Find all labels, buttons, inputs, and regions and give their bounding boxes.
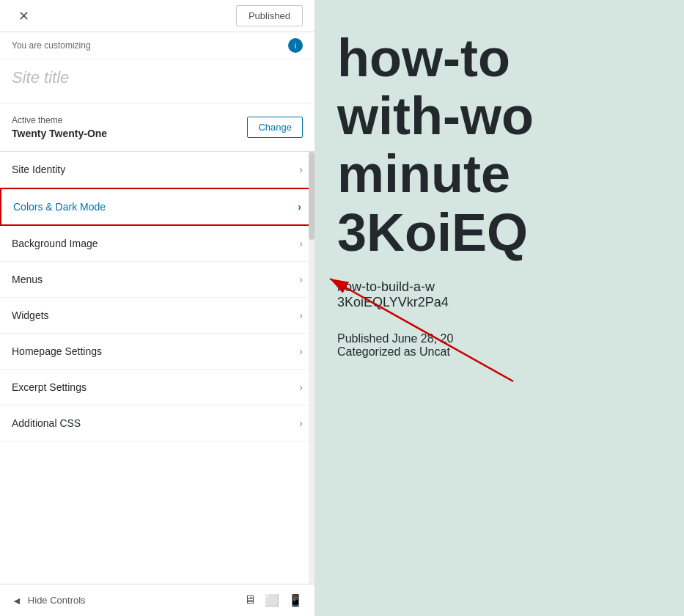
chevron-right-icon: › xyxy=(299,309,303,321)
chevron-right-icon: › xyxy=(299,238,303,249)
site-title: Site title xyxy=(12,68,69,87)
menu-item-label: Widgets xyxy=(12,309,49,321)
chevron-right-icon: › xyxy=(299,417,303,429)
right-preview-panel: how-towith-wominute3KoiEQ how-to-build-a… xyxy=(315,0,684,616)
menu-item-excerpt-settings[interactable]: Excerpt Settings › xyxy=(0,370,315,406)
chevron-right-blue-icon: › xyxy=(298,201,301,213)
preview-meta: Published June 28, 20 Categorized as Unc… xyxy=(337,332,662,359)
hide-controls-group[interactable]: ◄ Hide Controls xyxy=(12,595,86,606)
theme-info: Active theme Twenty Twenty-One xyxy=(12,115,107,139)
theme-label: Active theme xyxy=(12,115,107,125)
menu-item-label: Excerpt Settings xyxy=(12,381,87,393)
menu-item-background-image[interactable]: Background Image › xyxy=(0,226,315,262)
menu-item-colors-dark-mode[interactable]: Colors & Dark Mode › xyxy=(0,188,315,226)
menu-item-label: Homepage Settings xyxy=(12,345,102,357)
hide-controls-label: Hide Controls xyxy=(28,595,86,606)
categorized-meta: Categorized as Uncat xyxy=(337,345,450,358)
chevron-right-icon: › xyxy=(299,274,303,285)
menu-item-widgets[interactable]: Widgets › xyxy=(0,298,315,334)
info-icon[interactable]: i xyxy=(288,38,303,53)
desktop-icon[interactable]: 🖥 xyxy=(244,593,256,607)
bottom-bar: ◄ Hide Controls 🖥 ⬜ 📱 xyxy=(0,584,315,616)
theme-name: Twenty Twenty-One xyxy=(12,128,107,139)
site-name-area: Site title xyxy=(0,59,315,103)
scrollbar-thumb[interactable] xyxy=(309,152,315,240)
mobile-icon[interactable]: 📱 xyxy=(288,593,303,607)
preview-url: how-to-build-a-w3KoiEQLYVkr2Pa4 xyxy=(337,279,662,310)
menu-item-additional-css[interactable]: Additional CSS › xyxy=(0,406,315,441)
chevron-right-icon: › xyxy=(299,381,303,393)
menu-item-menus[interactable]: Menus › xyxy=(0,262,315,298)
header: ✕ Published xyxy=(0,0,315,32)
published-meta: Published June 28, 20 xyxy=(337,332,453,345)
menu-item-homepage-settings[interactable]: Homepage Settings › xyxy=(0,334,315,370)
theme-section: Active theme Twenty Twenty-One Change xyxy=(0,103,315,152)
scrollbar-track[interactable] xyxy=(309,152,315,584)
preview-heading: how-towith-wominute3KoiEQ xyxy=(337,29,662,262)
menu-item-label: Background Image xyxy=(12,238,98,249)
menu-item-label: Additional CSS xyxy=(12,417,81,429)
menu-item-label: Menus xyxy=(12,274,43,285)
menu-list: Site Identity › Colors & Dark Mode › Bac… xyxy=(0,152,315,584)
close-button[interactable]: ✕ xyxy=(12,4,35,28)
customizing-bar: You are customizing i xyxy=(0,32,315,59)
customizing-text: You are customizing xyxy=(12,40,91,51)
published-button[interactable]: Published xyxy=(236,5,303,26)
view-mode-icons: 🖥 ⬜ 📱 xyxy=(244,593,303,607)
change-theme-button[interactable]: Change xyxy=(247,117,303,138)
chevron-right-icon: › xyxy=(299,164,303,175)
chevron-right-icon: › xyxy=(299,345,303,357)
tablet-icon[interactable]: ⬜ xyxy=(265,593,279,607)
hide-controls-arrow-icon: ◄ xyxy=(12,595,22,606)
menu-item-label: Site Identity xyxy=(12,164,65,175)
menu-item-site-identity[interactable]: Site Identity › xyxy=(0,152,315,188)
left-panel: ✕ Published You are customizing i Site t… xyxy=(0,0,315,616)
menu-item-label: Colors & Dark Mode xyxy=(13,201,106,213)
